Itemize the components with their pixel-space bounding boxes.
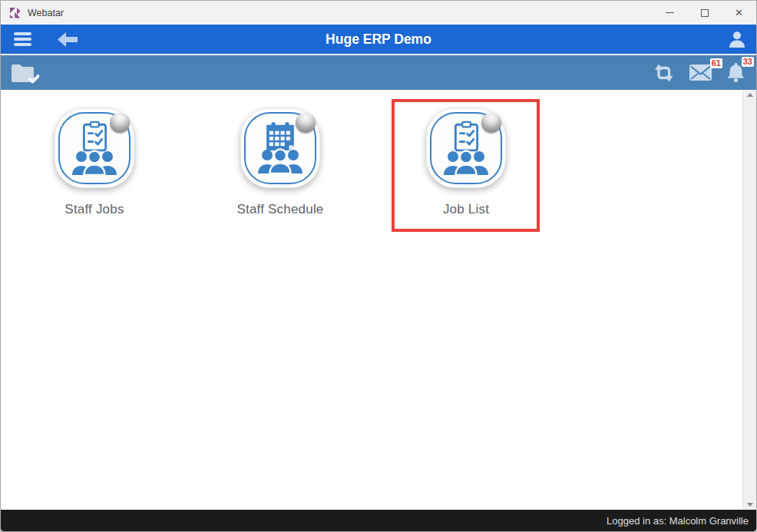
- sphere-ornament-icon: [296, 113, 316, 133]
- titlebar: Webatar ✕: [1, 1, 756, 25]
- app-window: Webatar ✕ Huge ERP Demo: [0, 0, 757, 532]
- tile-staff-schedule[interactable]: Staff Schedule: [207, 90, 354, 217]
- maximize-icon[interactable]: [687, 1, 722, 25]
- notification-badge: 33: [742, 57, 754, 67]
- notification-bell-icon[interactable]: 33: [726, 62, 746, 83]
- tile-label: Job List: [392, 202, 540, 217]
- people-group-icon: [443, 150, 489, 176]
- people-group-icon: [71, 150, 117, 176]
- sphere-ornament-icon: [110, 113, 130, 133]
- tile-label: Staff Schedule: [207, 202, 354, 217]
- webatar-logo-icon: [8, 6, 21, 19]
- tile-grid: Staff Jobs: [1, 90, 756, 217]
- tile-button[interactable]: [55, 108, 134, 188]
- tile-button[interactable]: [240, 108, 320, 188]
- refresh-icon[interactable]: [652, 62, 676, 84]
- clipboard-checklist-icon: [452, 121, 481, 153]
- scroll-up-icon[interactable]: [747, 93, 753, 97]
- hamburger-menu-icon[interactable]: [14, 32, 31, 46]
- vertical-scrollbar[interactable]: [742, 90, 756, 510]
- minimize-icon[interactable]: [653, 1, 687, 25]
- tile-staff-jobs[interactable]: Staff Jobs: [21, 90, 168, 217]
- clipboard-checklist-icon: [81, 121, 109, 153]
- toolbar-actions: 61 33: [652, 62, 746, 84]
- tile-button[interactable]: [426, 108, 506, 188]
- mail-badge: 61: [710, 58, 722, 68]
- close-icon[interactable]: ✕: [722, 1, 756, 25]
- mail-icon[interactable]: 61: [689, 64, 712, 81]
- user-profile-icon[interactable]: [728, 30, 746, 48]
- tile-label: Staff Jobs: [21, 202, 168, 217]
- logged-in-user: Logged in as: Malcolm Granville: [607, 515, 749, 527]
- main-content: Staff Jobs: [1, 90, 756, 510]
- calendar-icon: [264, 121, 296, 151]
- sphere-ornament-icon: [481, 113, 501, 133]
- page-title: Huge ERP Demo: [1, 31, 756, 48]
- people-group-icon: [257, 148, 303, 174]
- folder-check-icon[interactable]: [10, 61, 39, 84]
- toolbar: 61 33: [1, 55, 756, 90]
- back-arrow-icon[interactable]: [58, 32, 78, 47]
- scroll-down-icon[interactable]: [747, 503, 753, 507]
- tile-job-list[interactable]: Job List: [392, 90, 540, 217]
- app-header: Huge ERP Demo: [1, 25, 756, 55]
- statusbar: Logged in as: Malcolm Granville: [1, 510, 756, 531]
- window-title: Webatar: [28, 8, 64, 18]
